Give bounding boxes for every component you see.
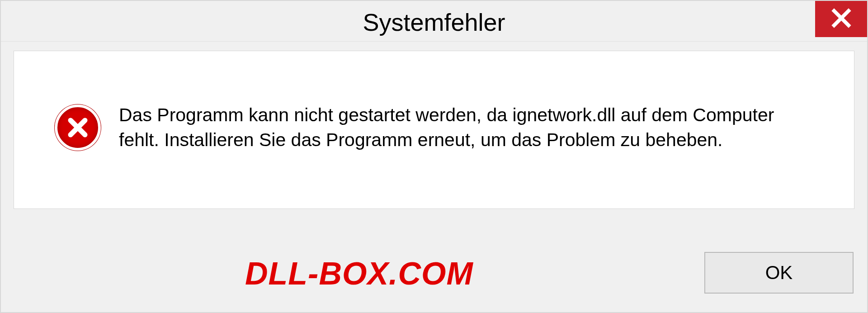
close-icon (831, 8, 851, 30)
watermark-text: DLL-BOX.COM (245, 256, 473, 292)
ok-button[interactable]: OK (704, 252, 854, 294)
close-button[interactable] (815, 1, 867, 37)
ok-button-label: OK (765, 262, 793, 284)
footer: DLL-BOX.COM OK (1, 222, 867, 312)
error-dialog: Systemfehler Das Programm kann nicht ges… (0, 0, 868, 313)
error-message: Das Programm kann nicht gestartet werden… (119, 103, 827, 153)
content-panel: Das Programm kann nicht gestartet werden… (14, 51, 854, 209)
error-icon (55, 104, 101, 151)
dialog-title: Systemfehler (363, 8, 505, 36)
titlebar: Systemfehler (1, 1, 867, 42)
